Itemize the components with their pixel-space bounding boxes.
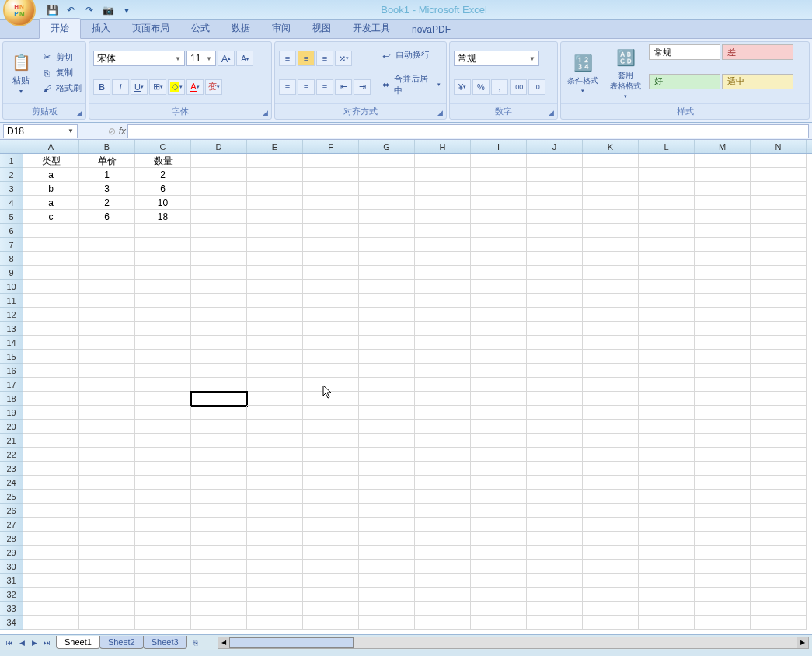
cell[interactable] [639,280,695,294]
cell[interactable] [135,588,191,602]
cell[interactable] [359,238,415,252]
increase-decimal-button[interactable]: .00 [510,79,527,95]
cell[interactable] [23,336,79,350]
cell[interactable] [191,154,247,168]
cell[interactable] [191,182,247,196]
cell[interactable] [135,238,191,252]
row-header[interactable]: 29 [0,546,23,560]
cell[interactable] [583,252,639,266]
cell[interactable]: 18 [135,210,191,224]
cells-area[interactable]: 类型单价数量a12b36a210c618 [23,154,807,630]
cell[interactable] [303,420,359,434]
cell[interactable] [583,266,639,280]
row-header[interactable]: 24 [0,476,23,490]
cell[interactable] [639,406,695,420]
cell[interactable] [79,448,135,462]
row-header[interactable]: 31 [0,574,23,588]
cell[interactable] [247,322,303,336]
grow-font-button[interactable]: A▴ [218,51,235,66]
cell[interactable] [527,308,583,322]
fx-icon[interactable]: fx [119,126,126,137]
cell[interactable] [303,588,359,602]
cell[interactable] [359,532,415,546]
cell[interactable] [471,490,527,504]
cell[interactable] [695,252,751,266]
cell[interactable] [583,350,639,364]
cell[interactable] [695,154,751,168]
cell[interactable] [639,266,695,280]
cell[interactable] [695,490,751,504]
cell[interactable] [79,406,135,420]
cell[interactable] [135,616,191,630]
cell[interactable] [247,392,303,406]
cell[interactable] [23,308,79,322]
cell[interactable] [583,476,639,490]
ribbon-tab-3[interactable]: 公式 [180,19,221,38]
cell[interactable] [527,560,583,574]
cell[interactable] [359,518,415,532]
cell[interactable] [79,238,135,252]
style-neutral[interactable]: 适中 [722,74,793,89]
cell[interactable] [583,238,639,252]
cell[interactable] [751,238,807,252]
row-header[interactable]: 25 [0,490,23,504]
cell[interactable] [79,364,135,378]
cell[interactable] [751,574,807,588]
row-header[interactable]: 11 [0,294,23,308]
cell[interactable] [639,336,695,350]
cell[interactable] [135,560,191,574]
cell[interactable] [583,532,639,546]
cell[interactable] [23,532,79,546]
cell[interactable] [359,560,415,574]
cell[interactable] [751,532,807,546]
shrink-font-button[interactable]: A▾ [236,51,253,66]
cell[interactable] [23,406,79,420]
cell[interactable] [135,476,191,490]
cell[interactable] [135,406,191,420]
cell[interactable] [135,448,191,462]
cell[interactable] [135,602,191,616]
cell[interactable] [191,322,247,336]
cell[interactable] [471,616,527,630]
cell[interactable] [359,252,415,266]
cell[interactable] [583,490,639,504]
cell[interactable] [415,294,471,308]
cell[interactable] [471,602,527,616]
cell[interactable] [23,448,79,462]
phonetic-button[interactable]: 变▾ [205,79,222,95]
cell[interactable] [695,364,751,378]
cell[interactable] [751,406,807,420]
cell[interactable] [751,322,807,336]
cell[interactable] [695,308,751,322]
cell[interactable] [471,518,527,532]
cell[interactable] [471,210,527,224]
cell[interactable] [191,546,247,560]
cell[interactable] [415,154,471,168]
cell[interactable] [527,364,583,378]
cell[interactable] [527,406,583,420]
cell[interactable] [751,616,807,630]
row-header[interactable]: 30 [0,560,23,574]
cell[interactable] [23,224,79,238]
last-sheet-button[interactable]: ⏭ [40,637,53,649]
italic-button[interactable]: I [112,79,129,95]
row-header[interactable]: 28 [0,532,23,546]
cell[interactable] [191,420,247,434]
cell[interactable] [303,294,359,308]
cell[interactable] [639,392,695,406]
cell[interactable] [471,322,527,336]
cell[interactable] [639,252,695,266]
cell[interactable] [135,490,191,504]
column-header[interactable]: K [583,140,639,153]
cell[interactable] [359,476,415,490]
cell[interactable] [639,308,695,322]
cell[interactable] [471,294,527,308]
cell[interactable] [639,616,695,630]
cell[interactable] [135,350,191,364]
cell[interactable] [303,196,359,210]
formula-input[interactable] [127,124,809,138]
cell[interactable] [191,462,247,476]
row-header[interactable]: 15 [0,350,23,364]
cell[interactable] [303,168,359,182]
cell[interactable] [583,336,639,350]
